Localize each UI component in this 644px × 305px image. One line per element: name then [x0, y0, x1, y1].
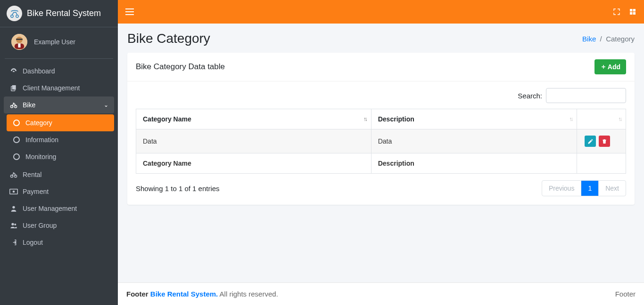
content: Bike Category Bike / Category Bike Categ…: [118, 24, 644, 282]
sort-icon: ↑↓: [569, 116, 572, 122]
svg-rect-19: [125, 14, 134, 15]
col-category-name[interactable]: Category Name ↑↓: [136, 109, 372, 129]
sidebar-item-label: Payment: [23, 188, 108, 195]
pager-next[interactable]: Next: [598, 181, 626, 196]
footer-left-strong: Footer: [126, 290, 149, 298]
sidebar-item-label: Dashboard: [23, 67, 108, 75]
bike-icon: [9, 171, 18, 178]
page-header: Bike Category Bike / Category: [127, 31, 635, 46]
breadcrumb-current: Category: [606, 35, 635, 43]
svg-rect-4: [18, 43, 20, 48]
svg-rect-6: [12, 85, 16, 89]
sidebar-item-label: User Group: [23, 222, 108, 229]
cell-description: Data: [371, 129, 577, 153]
sort-icon: ↑↓: [618, 116, 621, 122]
search-label: Search:: [518, 92, 542, 100]
col-description[interactable]: Description ↑↓: [371, 109, 577, 129]
sidebar-item-label: Monitoring: [25, 153, 108, 161]
breadcrumb: Bike / Category: [582, 35, 635, 43]
nav: Dashboard Client Management Bike ⌄ Categ…: [0, 59, 118, 255]
svg-point-13: [13, 191, 15, 193]
table-row: Data Data: [136, 129, 626, 153]
add-button[interactable]: ＋Add: [594, 59, 626, 74]
user-icon: [9, 205, 18, 212]
pager-prev[interactable]: Previous: [542, 181, 581, 196]
copy-icon: [9, 84, 18, 92]
card-header: Bike Category Data table ＋Add: [127, 53, 635, 81]
svg-rect-20: [630, 9, 632, 11]
sidebar-sub-category[interactable]: Category: [7, 114, 114, 131]
circle-icon: [12, 153, 21, 160]
delete-button[interactable]: [599, 136, 610, 147]
svg-rect-17: [125, 8, 134, 9]
menu-toggle-icon[interactable]: [125, 8, 134, 16]
brand-logo-icon: [7, 6, 22, 21]
circle-icon: [12, 120, 21, 126]
sidebar-item-label: Client Management: [23, 84, 108, 92]
sidebar-item-logout[interactable]: Logout: [4, 234, 114, 251]
footer: Footer Bike Rental System. All rights re…: [118, 282, 644, 305]
sidebar-item-label: Logout: [23, 239, 108, 246]
footer-left: Footer Bike Rental System. All rights re…: [126, 290, 278, 298]
foot-category-name: Category Name: [136, 153, 372, 174]
sidebar-item-label: Bike: [23, 101, 104, 109]
svg-point-16: [14, 224, 16, 225]
cell-actions: [577, 129, 626, 153]
data-table: Category Name ↑↓ Description ↑↓ ↑↓: [136, 109, 626, 174]
table-info: Showing 1 to 1 of 1 entries: [136, 185, 220, 193]
sidebar-item-user-management[interactable]: User Management: [4, 200, 114, 217]
sidebar-item-bike[interactable]: Bike ⌄: [4, 96, 114, 113]
sidebar-item-user-group[interactable]: User Group: [4, 217, 114, 234]
page-title: Bike Category: [127, 31, 210, 46]
sidebar-sub-bike: Category Information Monitoring: [4, 113, 114, 166]
circle-icon: [12, 136, 21, 143]
logout-icon: [9, 239, 18, 246]
user-name: Example User: [34, 38, 75, 46]
sidebar-sub-monitoring[interactable]: Monitoring: [7, 148, 114, 165]
breadcrumb-root[interactable]: Bike: [582, 35, 596, 43]
footer-rights: All rights reserved.: [220, 290, 278, 298]
money-icon: [9, 188, 18, 195]
sidebar-item-label: Information: [25, 136, 108, 144]
apps-grid-icon[interactable]: [629, 8, 636, 16]
svg-rect-21: [633, 9, 636, 11]
gauge-icon: [9, 67, 18, 75]
table-footer: Showing 1 to 1 of 1 entries Previous 1 N…: [136, 180, 626, 196]
sort-icon: ↑↓: [363, 116, 366, 122]
brand[interactable]: Bike Rental System: [0, 0, 118, 27]
svg-point-14: [12, 206, 15, 209]
foot-actions: [577, 153, 626, 174]
avatar: [11, 34, 27, 50]
plus-icon: ＋: [600, 63, 607, 71]
card-body: Search: Category Name ↑↓ Description ↑↓: [127, 81, 635, 205]
sidebar-item-rental[interactable]: Rental: [4, 166, 114, 183]
pager-page-1[interactable]: 1: [581, 181, 598, 196]
chevron-down-icon: ⌄: [104, 102, 108, 108]
sidebar-item-payment[interactable]: Payment: [4, 183, 114, 200]
svg-rect-18: [125, 11, 134, 12]
sidebar: Bike Rental System Example User Dashboar…: [0, 0, 118, 305]
brand-title: Bike Rental System: [27, 8, 101, 18]
users-icon: [9, 222, 18, 229]
pager: Previous 1 Next: [542, 180, 626, 196]
sidebar-item-label: Category: [25, 119, 108, 127]
edit-button[interactable]: [585, 136, 596, 147]
footer-link[interactable]: Bike Rental System.: [150, 290, 218, 298]
col-actions[interactable]: ↑↓: [577, 109, 626, 129]
fullscreen-icon[interactable]: [613, 8, 620, 16]
svg-rect-5: [16, 39, 23, 40]
svg-rect-23: [633, 12, 636, 15]
foot-description: Description: [371, 153, 577, 174]
sidebar-item-client-management[interactable]: Client Management: [4, 80, 114, 96]
svg-point-15: [11, 223, 14, 225]
cell-category-name: Data: [136, 129, 372, 153]
card-title: Bike Category Data table: [136, 62, 225, 72]
sidebar-sub-information[interactable]: Information: [7, 131, 114, 148]
bike-icon: [9, 101, 18, 109]
sidebar-item-label: User Management: [23, 205, 108, 212]
search-input[interactable]: [546, 88, 626, 103]
user-panel[interactable]: Example User: [5, 27, 113, 59]
card: Bike Category Data table ＋Add Search: Ca…: [127, 53, 635, 205]
sidebar-item-dashboard[interactable]: Dashboard: [4, 63, 114, 80]
search-row: Search:: [136, 88, 626, 103]
